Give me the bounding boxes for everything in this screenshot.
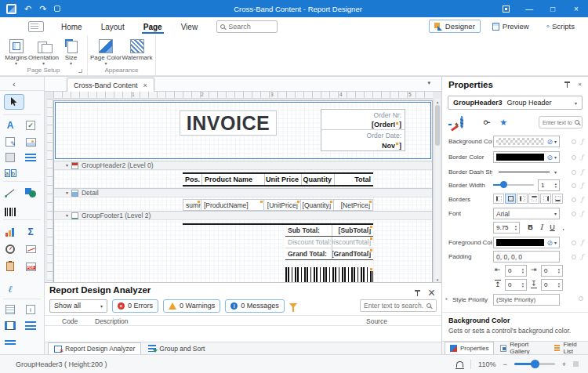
detail-cell[interactable]: [Quantity] [301, 199, 334, 211]
detail-cell[interactable]: [UnitPrice] [264, 199, 301, 211]
analyzer-search-box[interactable] [360, 299, 437, 312]
scripts-mode-button[interactable]: ‹› Scripts [541, 20, 580, 33]
smart-tag-icon[interactable] [329, 200, 333, 204]
band-collapse-icon[interactable]: ▼ [65, 163, 69, 168]
header-cell-product-name[interactable]: Product Name [201, 174, 264, 185]
detail-cell[interactable]: sumRec [183, 199, 201, 211]
errors-badge[interactable]: × 0 Errors [112, 299, 158, 313]
no-color-icon[interactable]: ⊘ [546, 154, 553, 161]
slider-knob[interactable] [500, 181, 507, 188]
table-header-row[interactable]: Pos. Product Name Unit Price Quantity To… [183, 172, 373, 186]
expression-icon[interactable]: ƒ [581, 196, 583, 203]
border-width-spinner[interactable]: 1 ▴▾ [538, 179, 560, 191]
pin-icon[interactable] [415, 290, 420, 296]
smart-tag-icon[interactable] [395, 142, 399, 146]
preview-mode-button[interactable]: Preview [487, 20, 535, 33]
table-of-contents-tool[interactable] [0, 305, 20, 314]
barcode-control[interactable] [285, 267, 373, 283]
gauge-tool[interactable] [0, 244, 20, 254]
smart-tag-icon[interactable] [296, 200, 300, 204]
padding-right-spinner[interactable]: 0 ▴▾ [541, 265, 563, 277]
detail-row[interactable]: sumRec [ProductName] [UnitPrice] [Quanti… [183, 199, 373, 211]
border-width-slider[interactable] [493, 184, 534, 186]
close-icon[interactable]: × [578, 81, 582, 88]
window-close-button[interactable]: × [564, 0, 588, 17]
property-marker-icon[interactable] [572, 212, 576, 216]
border-right-toggle[interactable] [540, 194, 551, 204]
picture-box-tool[interactable] [20, 138, 41, 147]
checkbox-tool[interactable]: ✓ [20, 121, 41, 130]
smart-tag-icon[interactable] [197, 200, 201, 204]
font-size-spinner[interactable]: 9.75 ▴▾ [493, 222, 520, 234]
order-date-label[interactable]: Order Date: [367, 132, 401, 139]
document-tab[interactable]: Cross-Band Content × [67, 78, 154, 92]
scroll-up-icon[interactable]: ▴ [434, 100, 441, 104]
page-info-tool[interactable]: i [20, 305, 41, 314]
strikeout-button[interactable]: , [558, 222, 568, 233]
spin-down-icon[interactable]: ▾ [515, 228, 517, 231]
border-dash-style-editor[interactable]: ▾ [493, 166, 560, 178]
background-color-editor[interactable]: ⊘ ▾ [493, 136, 560, 147]
zoom-out-button[interactable]: − [503, 360, 506, 368]
tab-view[interactable]: View [172, 20, 208, 34]
zoom-level[interactable]: 110% [478, 360, 495, 368]
tab-list-chevron-icon[interactable]: ▾ [427, 80, 430, 86]
order-date-value[interactable]: Nov ] [321, 140, 405, 150]
column-code[interactable]: Code [62, 317, 78, 325]
border-left-toggle[interactable] [517, 194, 528, 204]
tab-report-design-analyzer[interactable]: Report Design Analyzer [48, 342, 141, 354]
chevron-down-icon[interactable]: ▾ [554, 169, 557, 175]
tab-group-and-sort[interactable]: Group and Sort [143, 342, 210, 354]
expression-icon[interactable]: ƒ [581, 253, 583, 260]
smart-tag-icon[interactable] [369, 225, 373, 229]
border-color-editor[interactable]: ⊘ ▾ [493, 151, 560, 163]
warnings-badge[interactable]: 0 Warnings [163, 299, 220, 313]
border-none-toggle[interactable] [493, 194, 504, 204]
totals-table[interactable]: Sub Total: [SubTotal] Discount Total: [D… [285, 225, 373, 260]
cross-band-box-tool[interactable] [20, 321, 41, 330]
tab-page[interactable]: Page [134, 20, 172, 34]
ribbon-search-input[interactable] [228, 23, 274, 31]
discount-total-row[interactable]: Discount Total: [DiscountTotal] [285, 237, 373, 248]
border-bottom-toggle[interactable] [552, 194, 563, 204]
detail-cell[interactable]: [NetPrice] [334, 199, 373, 211]
smart-tag-icon[interactable] [369, 267, 373, 271]
summary-tool[interactable]: Σ [20, 226, 41, 237]
line-tool[interactable] [0, 188, 20, 197]
property-marker-icon[interactable] [572, 170, 576, 175]
font-name-dropdown[interactable]: Arial ▾ [493, 208, 560, 219]
grand-total-row[interactable]: Grand Total: [GrandTotal] [285, 248, 373, 260]
expression-icon[interactable]: ƒ [581, 210, 583, 217]
no-color-icon[interactable]: ⊘ [546, 239, 553, 247]
properties-search-box[interactable] [539, 116, 583, 129]
property-marker-icon[interactable] [579, 296, 583, 301]
page-color-button[interactable]: Page Color ▾ [91, 38, 121, 65]
property-marker-icon[interactable] [572, 155, 576, 160]
foreground-color-editor[interactable]: ⊘ ▾ [493, 237, 560, 248]
toolbox-collapse-button[interactable]: ‹ [13, 79, 16, 89]
zoom-in-button[interactable]: + [562, 360, 566, 368]
ribbon-search-box[interactable] [216, 20, 278, 33]
bold-button[interactable]: B [525, 222, 535, 233]
padding-top-spinner[interactable]: 0 ▴▾ [505, 279, 527, 291]
style-priority-expander-icon[interactable]: › [445, 295, 448, 302]
band-detail[interactable]: ▼ Detail [54, 188, 432, 197]
expression-icon[interactable]: ƒ [581, 154, 583, 161]
cross-band-line-tool[interactable] [0, 321, 20, 330]
size-button[interactable]: Size ▾ [58, 38, 84, 65]
italic-button[interactable]: I [536, 222, 546, 233]
expression-icon[interactable]: ƒ [581, 138, 583, 145]
analyzer-filter-dropdown[interactable]: Show all ▾ [49, 299, 107, 313]
chevron-down-icon[interactable]: ▾ [554, 139, 557, 144]
alignment-tool[interactable] [0, 340, 20, 347]
signature-tool[interactable]: ℓ [0, 284, 20, 295]
properties-search-input[interactable] [543, 120, 572, 125]
table-tool[interactable] [20, 154, 41, 161]
sparkline-tool[interactable] [20, 245, 41, 253]
underline-button[interactable]: U [547, 222, 557, 233]
property-marker-icon[interactable] [572, 139, 576, 144]
expression-icon[interactable]: ƒ [581, 182, 583, 189]
behavior-category-tab[interactable] [460, 118, 463, 127]
subtotal-row[interactable]: Sub Total: [SubTotal] [285, 225, 373, 237]
header-cell-total[interactable]: Total [334, 174, 373, 185]
